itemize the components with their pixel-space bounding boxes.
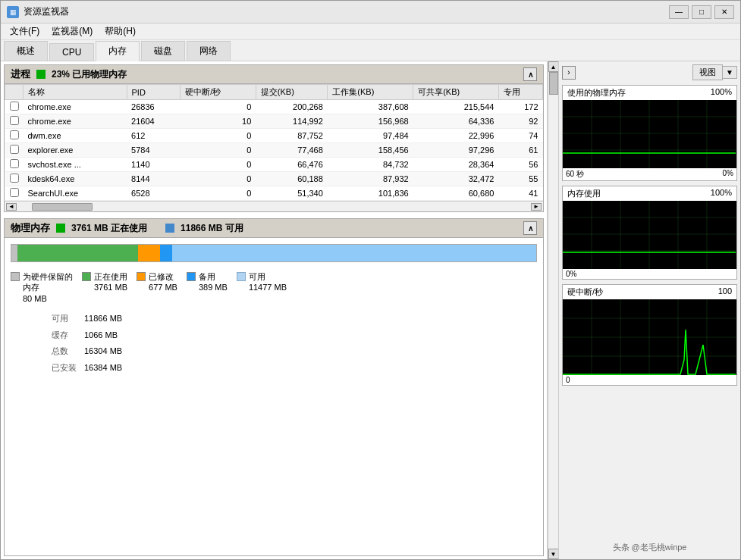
view-dropdown-button[interactable]: ▼	[723, 66, 737, 79]
inuse-indicator-icon	[56, 224, 65, 233]
row-workset: 84,732	[328, 158, 413, 172]
physical-memory-header: 物理内存 3761 MB 正在使用 11866 MB 可用 ∧	[5, 219, 543, 238]
row-private: 41	[498, 186, 542, 201]
row-shareable: 60,680	[413, 186, 499, 201]
tab-memory[interactable]: 内存	[96, 41, 140, 61]
row-hardfaults: 0	[181, 186, 256, 201]
chart2-header: 内存使用 100%	[563, 186, 736, 201]
table-row[interactable]: dwm.exe 612 0 87,752 97,484 22,996 74	[5, 129, 543, 143]
row-checkbox[interactable]	[5, 158, 24, 172]
row-shareable: 215,544	[413, 100, 499, 114]
chart1-time-label: 60 秒	[566, 169, 584, 180]
row-shareable: 32,472	[413, 172, 499, 186]
row-private: 55	[498, 172, 542, 186]
row-workset: 101,836	[328, 186, 413, 201]
chart3-max-label: 100	[718, 286, 732, 298]
legend-available-icon	[237, 272, 246, 281]
process-collapse-button[interactable]: ∧	[523, 67, 537, 81]
tab-cpu[interactable]: CPU	[49, 43, 94, 61]
col-pid[interactable]: PID	[127, 85, 181, 100]
row-hardfaults: 0	[181, 129, 256, 143]
stat-total: 总数 16304 MB	[52, 344, 122, 359]
memory-legend: 为硬件保留的内存80 MB 正在使用3761 MB 已修改677 MB 备用38…	[5, 268, 543, 307]
col-checkbox	[5, 85, 24, 100]
table-row[interactable]: SearchUI.exe 6528 0 51,340 101,836 60,68…	[5, 186, 543, 201]
row-private: 74	[498, 129, 542, 143]
title-bar: ▦ 资源监视器 — □ ✕	[1, 1, 740, 23]
stat-available-label: 可用	[52, 311, 83, 327]
menu-file[interactable]: 文件(F)	[4, 23, 46, 39]
watermark: 头条 @老毛桃winpe	[562, 539, 737, 556]
tab-disk[interactable]: 磁盘	[141, 41, 185, 61]
available-indicator-icon	[165, 224, 174, 233]
row-name: chrome.exe	[24, 100, 127, 114]
bar-modified	[138, 245, 159, 261]
scroll-right-arrow[interactable]: ►	[531, 203, 542, 211]
menu-help[interactable]: 帮助(H)	[99, 23, 142, 39]
legend-reserved-icon	[11, 272, 20, 281]
memory-usage-label: 23% 已用物理内存	[52, 68, 127, 81]
stat-total-value: 16304 MB	[84, 344, 122, 359]
col-name[interactable]: 名称	[24, 85, 127, 100]
physical-collapse-button[interactable]: ∧	[523, 221, 537, 235]
chart2-max-label: 100%	[711, 188, 732, 199]
table-row[interactable]: explorer.exe 5784 0 77,468 158,456 97,29…	[5, 143, 543, 158]
main-scrollbar-v[interactable]: ▲ ▼	[548, 61, 558, 559]
row-workset: 158,456	[328, 143, 413, 158]
legend-inuse: 正在使用3761 MB	[82, 271, 127, 304]
main-window: ▦ 资源监视器 — □ ✕ 文件(F) 监视器(M) 帮助(H) 概述 CPU …	[0, 0, 741, 560]
view-button-group: 视图 ▼	[692, 64, 737, 80]
scroll-left-arrow[interactable]: ◄	[6, 203, 17, 211]
row-checkbox[interactable]	[5, 129, 24, 143]
process-title: 进程	[11, 67, 30, 81]
col-commit[interactable]: 提交(KB)	[256, 85, 328, 100]
scroll-down-arrow[interactable]: ▼	[548, 549, 559, 559]
row-hardfaults: 0	[181, 143, 256, 158]
menu-monitor[interactable]: 监视器(M)	[46, 23, 99, 39]
scroll-thumb-v[interactable]	[549, 72, 558, 95]
scroll-thumb-h[interactable]	[32, 203, 93, 211]
legend-standby-text: 备用389 MB	[199, 271, 228, 293]
view-label[interactable]: 视图	[692, 64, 723, 80]
tab-network[interactable]: 网络	[187, 41, 231, 61]
close-button[interactable]: ✕	[714, 5, 734, 19]
row-checkbox[interactable]	[5, 114, 24, 129]
row-shareable: 22,996	[413, 129, 499, 143]
bar-inuse	[17, 245, 138, 261]
right-panel-expand-button[interactable]: ›	[562, 66, 576, 80]
legend-modified-text: 已修改677 MB	[149, 271, 177, 293]
row-name: svchost.exe ...	[24, 158, 127, 172]
legend-standby: 备用389 MB	[187, 271, 228, 304]
table-row[interactable]: chrome.exe 26836 0 200,268 387,608 215,5…	[5, 100, 543, 114]
table-row[interactable]: chrome.exe 21604 10 114,992 156,968 64,3…	[5, 114, 543, 129]
table-row[interactable]: kdesk64.exe 8144 0 60,188 87,932 32,472 …	[5, 172, 543, 186]
row-checkbox[interactable]	[5, 143, 24, 158]
table-row[interactable]: svchost.exe ... 1140 0 66,476 84,732 28,…	[5, 158, 543, 172]
row-commit: 51,340	[256, 186, 328, 201]
stat-available: 可用 11866 MB	[52, 311, 122, 327]
maximize-button[interactable]: □	[692, 5, 711, 19]
row-checkbox[interactable]	[5, 100, 24, 114]
col-workset[interactable]: 工作集(KB)	[328, 85, 413, 100]
scroll-up-arrow[interactable]: ▲	[548, 61, 559, 72]
row-pid: 1140	[127, 158, 181, 172]
stat-installed-value: 16384 MB	[84, 361, 122, 376]
row-commit: 200,268	[256, 100, 328, 114]
col-private[interactable]: 专用	[498, 85, 542, 100]
chart1-header: 使用的物理内存 100%	[563, 86, 736, 100]
legend-modified: 已修改677 MB	[137, 271, 177, 304]
row-checkbox[interactable]	[5, 172, 24, 186]
col-hardfaults[interactable]: 硬中断/秒	[181, 85, 256, 100]
col-shareable[interactable]: 可共享(KB)	[413, 85, 499, 100]
row-name: chrome.exe	[24, 114, 127, 129]
row-hardfaults: 0	[181, 172, 256, 186]
row-checkbox[interactable]	[5, 186, 24, 201]
legend-modified-icon	[137, 272, 146, 281]
minimize-button[interactable]: —	[669, 5, 689, 19]
tab-overview[interactable]: 概述	[4, 41, 48, 61]
chart3-canvas	[563, 299, 736, 375]
bar-reserved	[11, 245, 17, 261]
row-pid: 5784	[127, 143, 181, 158]
row-pid: 6528	[127, 186, 181, 201]
process-scrollbar-h[interactable]: ◄ ►	[5, 201, 543, 211]
